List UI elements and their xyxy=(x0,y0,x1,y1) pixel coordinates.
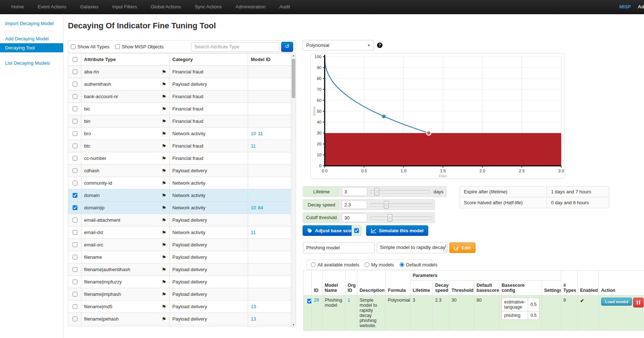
textarea-scroll-arrows-icon[interactable]: ▲▼ xyxy=(445,244,447,248)
attribute-checkbox[interactable] xyxy=(73,279,77,284)
show-misp-objects-checkbox-label[interactable]: Show MISP Objects xyxy=(115,44,163,49)
nav-item-audit[interactable]: Audit xyxy=(272,0,297,14)
cutoff-threshold-slider[interactable] xyxy=(370,216,432,220)
cutoff-threshold-slider-handle[interactable] xyxy=(388,214,392,222)
attribute-checkbox[interactable] xyxy=(73,317,77,321)
formula-select[interactable]: Polynomial ▼ xyxy=(303,40,374,51)
model-id-link[interactable]: 84 xyxy=(258,205,263,210)
misp-brand-link[interactable]: MISP xyxy=(619,0,631,14)
filter-default-models[interactable]: Default models xyxy=(400,262,438,267)
attribute-checkbox[interactable] xyxy=(73,267,77,272)
sidebar-item-list-decaying-models[interactable]: List Decaying Models xyxy=(0,59,63,68)
attribute-checkbox[interactable] xyxy=(73,69,77,74)
flag-icon[interactable]: ⚑ xyxy=(162,279,166,285)
sidebar-item-decaying-tool[interactable]: Decaying Tool xyxy=(0,43,63,52)
sidebar-item-add-decaying-model[interactable]: Add Decaying Model xyxy=(0,34,63,43)
nav-item-sync-actions[interactable]: Sync Actions xyxy=(188,0,228,14)
lifetime-slider-handle[interactable] xyxy=(374,188,379,196)
attribute-checkbox[interactable] xyxy=(73,106,77,111)
nav-item-event-actions[interactable]: Event Actions xyxy=(31,0,73,14)
radio-my-models[interactable] xyxy=(365,262,369,267)
flag-icon[interactable]: ⚑ xyxy=(162,255,166,260)
load-model-button[interactable]: Load model xyxy=(601,298,632,306)
attribute-checkbox[interactable] xyxy=(73,94,77,99)
attribute-checkbox[interactable] xyxy=(73,242,77,247)
flag-icon[interactable]: ⚑ xyxy=(162,304,166,309)
filter-my-models[interactable]: My models xyxy=(365,262,394,267)
flag-icon[interactable]: ⚑ xyxy=(162,317,166,322)
model-id-link[interactable]: 10 xyxy=(251,205,256,210)
nav-item-input-filters[interactable]: Input Filters xyxy=(105,0,144,14)
attribute-checkbox[interactable] xyxy=(73,218,77,222)
decay-speed-slider[interactable] xyxy=(370,203,432,206)
flag-icon[interactable]: ⚑ xyxy=(162,267,166,272)
attribute-checkbox[interactable] xyxy=(73,131,77,136)
flag-icon[interactable]: ⚑ xyxy=(162,242,166,248)
show-all-types-checkbox-label[interactable]: Show All Types xyxy=(71,44,109,49)
attribute-checkbox[interactable] xyxy=(73,168,77,173)
flag-icon[interactable]: ⚑ xyxy=(162,156,166,161)
attribute-checkbox[interactable] xyxy=(73,119,77,124)
attribute-checkbox[interactable] xyxy=(73,82,77,86)
attribute-checkbox[interactable] xyxy=(73,230,77,235)
filter-all-available-models[interactable]: All available models xyxy=(311,262,359,267)
attribute-checkbox[interactable] xyxy=(73,156,77,161)
history-refresh-button[interactable]: ↺ xyxy=(281,42,293,52)
select-all-checkbox[interactable] xyxy=(73,57,77,62)
model-row-checkbox[interactable] xyxy=(307,299,312,303)
flag-icon[interactable]: ⚑ xyxy=(162,193,166,198)
attribute-checkbox[interactable] xyxy=(73,193,77,198)
model-id-link[interactable]: 29 xyxy=(314,298,319,303)
scroll-up-arrow-icon[interactable]: ▲ xyxy=(291,53,296,58)
flag-icon[interactable]: ⚑ xyxy=(162,218,166,223)
model-id-link[interactable]: 11 xyxy=(258,131,263,136)
flag-icon[interactable]: ⚑ xyxy=(162,181,166,186)
flag-icon[interactable]: ⚑ xyxy=(162,82,166,87)
flag-icon[interactable]: ⚑ xyxy=(162,168,166,173)
org-id-link[interactable]: 1 xyxy=(348,298,350,303)
nav-item-galaxies[interactable]: Galaxies xyxy=(73,0,105,14)
model-name-input[interactable] xyxy=(303,242,375,253)
nav-item-global-actions[interactable]: Global Actions xyxy=(144,0,188,14)
help-icon[interactable]: ? xyxy=(377,43,382,48)
decay-speed-input[interactable] xyxy=(342,200,367,209)
model-id-link[interactable]: 13 xyxy=(251,304,256,309)
search-attribute-type-input[interactable] xyxy=(191,42,279,52)
nav-item-home[interactable]: Home xyxy=(4,0,31,14)
flag-icon[interactable]: ⚑ xyxy=(162,292,166,297)
scroll-down-arrow-icon[interactable]: ▼ xyxy=(291,322,296,327)
radio-default-models[interactable] xyxy=(400,262,404,267)
flag-icon[interactable]: ⚑ xyxy=(162,94,166,99)
nav-item-administration[interactable]: Administration xyxy=(229,0,272,14)
attribute-checkbox[interactable] xyxy=(73,144,77,148)
flag-icon[interactable]: ⚑ xyxy=(162,69,166,75)
textarea-resize-grip[interactable] xyxy=(443,249,447,253)
model-id-link[interactable]: 10 xyxy=(251,131,256,136)
cutoff-threshold-input[interactable] xyxy=(342,213,367,222)
pause-model-button[interactable] xyxy=(633,298,644,307)
show-misp-objects-checkbox[interactable] xyxy=(115,44,120,49)
model-id-link[interactable]: 11 xyxy=(251,230,256,235)
show-all-types-checkbox[interactable] xyxy=(71,44,76,49)
attribute-checkbox[interactable] xyxy=(73,255,77,259)
edit-model-button[interactable]: Edit xyxy=(449,242,475,253)
attribute-checkbox[interactable] xyxy=(73,205,77,210)
flag-icon[interactable]: ⚑ xyxy=(162,144,166,149)
current-score-marker[interactable] xyxy=(382,114,386,118)
simulate-model-button[interactable]: Simulate this model xyxy=(366,225,428,236)
model-id-link[interactable]: 11 xyxy=(251,143,256,149)
decay-speed-slider-handle[interactable] xyxy=(384,201,389,209)
flag-icon[interactable]: ⚑ xyxy=(162,230,166,235)
radio-all-available-models[interactable] xyxy=(311,262,316,267)
flag-icon[interactable]: ⚑ xyxy=(162,205,166,210)
sidebar-item-import-decaying-model[interactable]: Import Decaying Model xyxy=(0,19,63,28)
flag-icon[interactable]: ⚑ xyxy=(162,131,166,136)
flag-icon[interactable]: ⚑ xyxy=(162,106,166,112)
scrollbar-thumb[interactable] xyxy=(292,59,295,98)
flag-icon[interactable]: ⚑ xyxy=(162,119,166,124)
lifetime-slider[interactable] xyxy=(370,190,430,193)
attribute-checkbox[interactable] xyxy=(73,181,77,185)
user-menu[interactable]: Admin xyxy=(638,0,644,14)
model-description-textarea[interactable]: Simple model to rapidly decay ▲▼ xyxy=(377,242,448,253)
model-id-link[interactable]: 13 xyxy=(251,316,256,322)
